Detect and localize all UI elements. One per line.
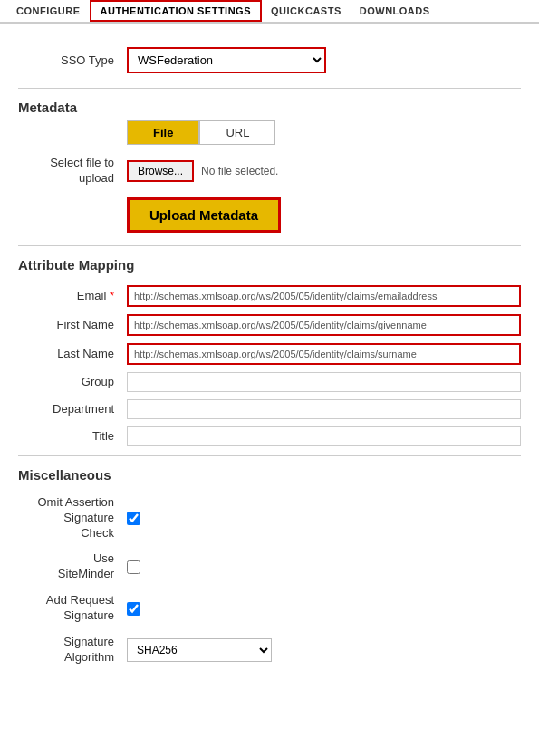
top-navigation: CONFIGURE AUTHENTICATION SETTINGS QUICKC… [0, 0, 539, 24]
firstname-row: First Name [18, 314, 521, 336]
lastname-label: Last Name [18, 347, 127, 360]
sig-algorithm-label: SignatureAlgorithm [18, 635, 127, 665]
lastname-field-wrapper [127, 343, 521, 365]
firstname-input[interactable] [127, 314, 521, 336]
metadata-toggle-group: File URL [127, 120, 521, 145]
email-label: Email [18, 289, 127, 302]
group-row: Group [18, 372, 521, 392]
omit-assertion-row: Omit AssertionSignatureCheck [18, 495, 521, 541]
sig-algorithm-row: SignatureAlgorithm SHA256 SHA1 SHA512 [18, 635, 521, 665]
department-row: Department [18, 399, 521, 419]
main-content: SSO Type WSFederation SAML2 OpenID Metad… [0, 24, 539, 691]
add-request-sig-row: Add RequestSignature [18, 593, 521, 624]
department-label: Department [18, 402, 127, 416]
nav-quickcasts[interactable]: QUICKCASTS [262, 0, 351, 22]
title-label: Title [18, 429, 127, 443]
sso-type-select[interactable]: WSFederation SAML2 OpenID [127, 47, 326, 73]
use-siteminder-label: UseSiteMinder [18, 551, 127, 582]
email-row: Email [18, 285, 521, 307]
group-label: Group [18, 375, 127, 388]
add-request-sig-checkbox[interactable] [127, 602, 140, 616]
title-row: Title [18, 426, 521, 446]
nav-authentication-settings[interactable]: AUTHENTICATION SETTINGS [90, 0, 263, 22]
no-file-text: No file selected. [201, 165, 278, 177]
title-field-wrapper [127, 426, 521, 446]
title-input[interactable] [127, 426, 521, 446]
lastname-input[interactable] [127, 343, 521, 365]
browse-button[interactable]: Browse... [127, 160, 194, 182]
sso-type-label: SSO Type [18, 53, 127, 67]
use-siteminder-checkbox[interactable] [127, 560, 140, 574]
misc-heading: Miscellaneous [18, 467, 521, 483]
metadata-heading: Metadata [18, 100, 521, 115]
group-field-wrapper [127, 372, 521, 392]
lastname-row: Last Name [18, 343, 521, 365]
firstname-field-wrapper [127, 314, 521, 336]
omit-assertion-label: Omit AssertionSignatureCheck [18, 495, 127, 541]
attribute-mapping-heading: Attribute Mapping [18, 257, 521, 273]
url-toggle-btn[interactable]: URL [199, 120, 275, 145]
upload-row: Upload Metadata [127, 197, 521, 233]
browse-row: Select file toupload Browse... No file s… [18, 156, 521, 187]
sig-algorithm-select[interactable]: SHA256 SHA1 SHA512 [127, 638, 272, 662]
department-field-wrapper [127, 399, 521, 419]
group-input[interactable] [127, 372, 521, 392]
department-input[interactable] [127, 399, 521, 419]
firstname-label: First Name [18, 318, 127, 331]
select-file-label: Select file toupload [18, 156, 127, 187]
email-field-wrapper [127, 285, 521, 307]
use-siteminder-row: UseSiteMinder [18, 551, 521, 582]
file-toggle-btn[interactable]: File [127, 120, 199, 145]
omit-assertion-checkbox[interactable] [127, 512, 140, 525]
nav-downloads[interactable]: DOWNLOADS [351, 0, 439, 22]
upload-metadata-button[interactable]: Upload Metadata [127, 197, 281, 233]
nav-configure[interactable]: CONFIGURE [7, 0, 90, 22]
email-input[interactable] [127, 285, 521, 307]
sso-type-row: SSO Type WSFederation SAML2 OpenID [18, 47, 521, 73]
add-request-sig-label: Add RequestSignature [18, 593, 127, 624]
